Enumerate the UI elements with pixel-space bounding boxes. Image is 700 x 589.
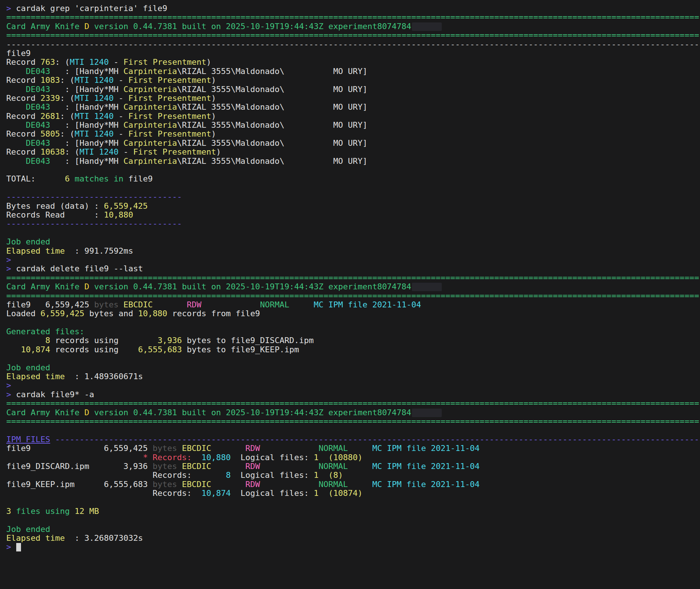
- terminal-text: Generated files:: [6, 327, 84, 336]
- terminal-text: 10,880: [104, 211, 133, 219]
- terminal-text: 10,880: [138, 309, 167, 318]
- record-header: Record 2339: (MTI 1240 - First Presentme…: [6, 94, 700, 103]
- terminal-text: NORMAL: [319, 462, 348, 471]
- terminal-text: : 3.268073032s: [65, 534, 143, 543]
- terminal-text: [70, 174, 74, 183]
- ipm-file-row: file9_KEEP.ipm 6,555,683 bytes EBCDIC RD…: [6, 480, 700, 489]
- terminal-text: 10638: [41, 148, 65, 156]
- terminal-text: file9_DISCARD.ipm 3,936: [6, 462, 153, 471]
- terminal-text: 10,874: [202, 489, 231, 498]
- terminal-text: matches in: [74, 174, 123, 183]
- terminal-text: NORMAL: [260, 300, 289, 309]
- generated-file-line: 8 records using 3,936 bytes to file9_DIS…: [6, 336, 700, 345]
- job-ended-line: Job ended: [6, 237, 700, 246]
- files-total-line: 3 files using 12 MB: [6, 507, 700, 516]
- terminal-text: file9: [6, 49, 31, 58]
- terminal-text: [177, 480, 182, 489]
- terminal-text: ): [211, 130, 216, 138]
- terminal-text: Carpinteria: [123, 103, 177, 112]
- terminal-text: 1083: [41, 76, 60, 85]
- terminal-text: : [Handy*MH: [50, 67, 123, 76]
- record-field: DE043 : [Handy*MH Carpinteria\RIZAL 3555…: [6, 139, 700, 148]
- terminal-text: MC IPM file 2021-11-04: [314, 300, 421, 309]
- terminal-text: (8): [328, 471, 343, 480]
- divider-line: ----------------------------------------…: [6, 40, 700, 49]
- record-field: DE043 : [Handy*MH Carpinteria\RIZAL 3555…: [6, 103, 700, 112]
- terminal-text: records using: [50, 345, 138, 354]
- terminal-text: \RIZAL 3555\Maldonado\ MO URY]: [177, 85, 368, 94]
- terminal-text: [348, 444, 372, 453]
- elapsed-time-line: Elapsed time : 1.489360671s: [6, 372, 700, 381]
- terminal-text: -: [113, 112, 128, 121]
- terminal-text: ========================================…: [6, 399, 699, 408]
- terminal-text: Carpinteria: [123, 157, 177, 166]
- terminal-text: bytes and: [84, 309, 138, 318]
- terminal-text: 10,880: [202, 453, 231, 462]
- text-cursor[interactable]: [16, 543, 21, 551]
- terminal-text: [260, 462, 319, 471]
- terminal-text: RDW: [245, 444, 260, 453]
- terminal-text: ------------------------------------: [6, 193, 182, 201]
- blank-line: [6, 516, 700, 525]
- terminal-text: MTI 1240: [74, 112, 113, 121]
- terminal-text: First Presentment: [123, 58, 206, 67]
- terminal-text: 5805: [41, 130, 60, 138]
- terminal-text: DE043: [6, 85, 50, 94]
- terminal-text: >: [6, 4, 16, 13]
- record-header: Record 1083: (MTI 1240 - First Presentme…: [6, 76, 700, 85]
- version-banner: Card Army Knife D version 0.44.7381 buil…: [6, 282, 700, 291]
- terminal-text: DE043: [6, 121, 50, 130]
- terminal-text: 8: [226, 471, 231, 480]
- terminal-text: version 0.44.7381 built on 2025-10-19T19…: [89, 22, 411, 31]
- terminal-text: Records:: [6, 471, 226, 480]
- terminal-text: D: [84, 22, 89, 31]
- terminal-text: Bytes read (data) :: [6, 202, 104, 211]
- terminal-text: [6, 453, 143, 462]
- terminal-text: RDW: [245, 480, 260, 489]
- terminal-screen[interactable]: > cardak grep 'carpinteria' file9=======…: [0, 0, 700, 552]
- blank-line: [6, 426, 700, 435]
- terminal-text: \RIZAL 3555\Maldonado\ MO URY]: [177, 67, 368, 76]
- terminal-text: 3,936: [158, 336, 182, 345]
- terminal-text: 8: [45, 336, 50, 345]
- terminal-text: [289, 300, 314, 309]
- terminal-text: 6,555,683: [138, 345, 182, 354]
- terminal-text: Logical files:: [231, 453, 314, 462]
- terminal-text: [202, 300, 260, 309]
- terminal-text: D: [84, 282, 89, 291]
- terminal-text: Record: [6, 94, 41, 103]
- terminal-text: ): [206, 58, 211, 67]
- prompt-line: >: [6, 381, 700, 390]
- terminal-text: : [Handy*MH: [50, 157, 123, 166]
- terminal-text: \RIZAL 3555\Maldonado\ MO URY]: [177, 121, 368, 130]
- terminal-text: First Presentment: [128, 130, 211, 138]
- terminal-text: : 1.489360671s: [65, 372, 143, 381]
- prompt-cursor-line: >: [6, 543, 700, 551]
- terminal-text: cardak grep 'carpinteria' file9: [16, 4, 168, 13]
- terminal-text: (10874): [328, 489, 363, 498]
- terminal-text: RDW: [245, 462, 260, 471]
- terminal-text: Carpinteria: [123, 67, 177, 76]
- terminal-text: 2339: [41, 94, 60, 103]
- ipm-file-row: file9 6,559,425 bytes EBCDIC RDW NORMAL …: [6, 444, 700, 453]
- stats-divider: ------------------------------------: [6, 193, 700, 201]
- terminal-text: records using: [50, 336, 157, 345]
- terminal-text: [211, 444, 245, 453]
- terminal-text: 763: [41, 58, 55, 67]
- terminal-text: ========================================…: [6, 13, 699, 22]
- terminal-text: bytes to file9_KEEP.ipm: [182, 345, 299, 354]
- terminal-text: version 0.44.7381 built on 2025-10-19T19…: [89, 282, 411, 291]
- terminal-text: [211, 480, 245, 489]
- terminal-text: Carpinteria: [123, 121, 177, 130]
- terminal-text: file9 6,559,425: [6, 300, 94, 309]
- elapsed-time-line: Elapsed time : 991.7592ms: [6, 247, 700, 255]
- record-field: DE043 : [Handy*MH Carpinteria\RIZAL 3555…: [6, 157, 700, 166]
- terminal-text: : 991.7592ms: [65, 247, 133, 255]
- generated-files-header: Generated files:: [6, 327, 700, 336]
- terminal-text: 2681: [41, 112, 60, 121]
- records-read-line: Records Read : 10,880: [6, 211, 700, 219]
- terminal-text: Elapsed time: [6, 534, 65, 543]
- terminal-text: MTI 1240: [80, 148, 119, 156]
- terminal-text: 1: [314, 489, 318, 498]
- terminal-text: >: [6, 264, 16, 273]
